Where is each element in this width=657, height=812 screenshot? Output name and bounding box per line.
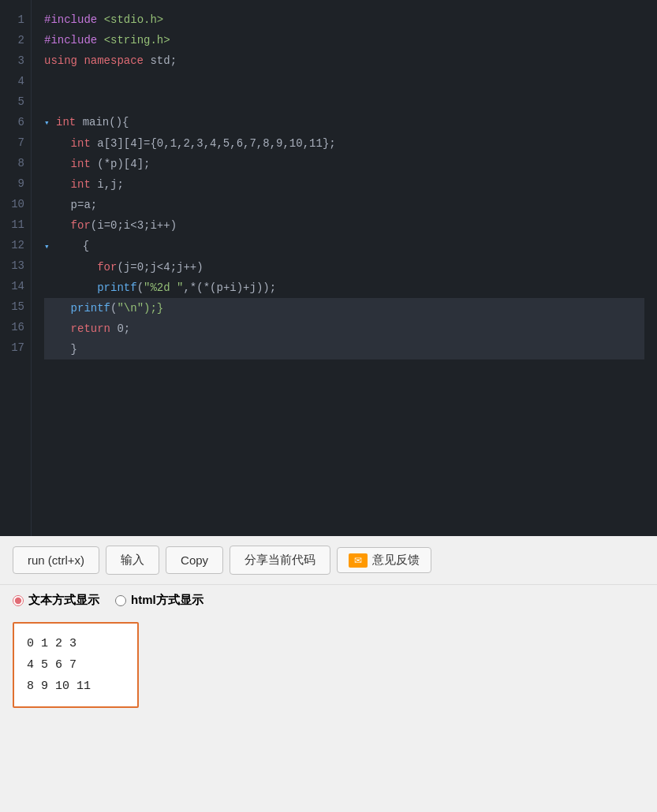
output-line-3: 8 9 10 11	[27, 676, 125, 697]
text-mode-option[interactable]: 文本方式显示	[13, 593, 99, 608]
display-options: 文本方式显示 html方式显示	[0, 585, 657, 616]
feedback-button[interactable]: ✉ 意见反馈	[337, 547, 431, 573]
output-line-2: 4 5 6 7	[27, 654, 125, 676]
code-content[interactable]: #include <stdio.h> #include <string.h> u…	[32, 0, 657, 536]
line-numbers: 1 2 3 4 5 6 7 8 9 10 11 12 13 14 15 16 1…	[0, 0, 32, 536]
html-mode-label: html方式显示	[131, 593, 203, 608]
html-mode-radio[interactable]	[115, 595, 126, 606]
run-button[interactable]: run (ctrl+x)	[13, 546, 99, 574]
copy-button[interactable]: Copy	[166, 546, 223, 574]
text-mode-radio[interactable]	[13, 595, 24, 606]
feedback-label: 意见反馈	[372, 553, 420, 568]
share-button[interactable]: 分享当前代码	[230, 546, 330, 575]
output-line-1: 0 1 2 3	[27, 633, 125, 654]
html-mode-option[interactable]: html方式显示	[115, 593, 203, 608]
code-editor: 1 2 3 4 5 6 7 8 9 10 11 12 13 14 15 16 1…	[0, 0, 657, 536]
text-mode-label: 文本方式显示	[28, 593, 99, 608]
input-button[interactable]: 输入	[106, 546, 159, 575]
feedback-icon: ✉	[349, 553, 368, 568]
toolbar: run (ctrl+x) 输入 Copy 分享当前代码 ✉ 意见反馈	[0, 536, 657, 585]
output-area: 0 1 2 3 4 5 6 7 8 9 10 11	[13, 622, 139, 708]
